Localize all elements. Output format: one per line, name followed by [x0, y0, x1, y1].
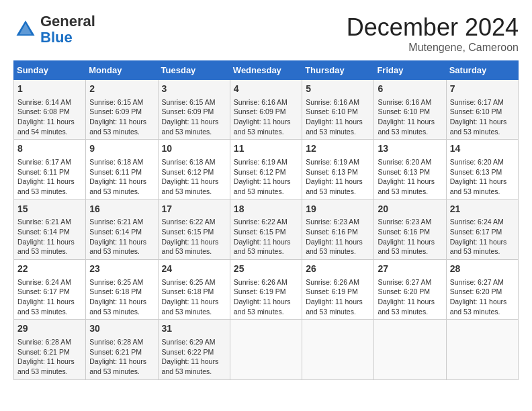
logo: General Blue: [13, 13, 95, 46]
calendar-cell: 1Sunrise: 6:14 AMSunset: 6:08 PMDaylight…: [14, 80, 86, 140]
calendar-cell: 13Sunrise: 6:20 AMSunset: 6:13 PMDayligh…: [374, 140, 446, 199]
day-info: Sunrise: 6:28 AMSunset: 6:21 PMDaylight:…: [17, 337, 82, 377]
day-number: 15: [17, 203, 82, 216]
calendar-cell: 24Sunrise: 6:25 AMSunset: 6:18 PMDayligh…: [158, 260, 230, 320]
day-number: 14: [450, 142, 515, 156]
day-number: 3: [162, 83, 226, 96]
day-info: Sunrise: 6:23 AMSunset: 6:16 PMDaylight:…: [306, 217, 370, 257]
day-number: 30: [89, 322, 154, 336]
day-header-wednesday: Wednesday: [230, 61, 302, 80]
calendar-cell: 18Sunrise: 6:22 AMSunset: 6:15 PMDayligh…: [230, 199, 302, 259]
calendar-cell: [446, 320, 518, 379]
calendar-cell: 10Sunrise: 6:18 AMSunset: 6:12 PMDayligh…: [158, 140, 230, 199]
location: Mutengene, Cameroon: [347, 42, 519, 54]
day-info: Sunrise: 6:19 AMSunset: 6:12 PMDaylight:…: [234, 157, 298, 197]
page-header: General Blue December 2024 Mutengene, Ca…: [13, 13, 519, 54]
day-number: 26: [306, 263, 370, 276]
calendar-cell: 27Sunrise: 6:27 AMSunset: 6:20 PMDayligh…: [374, 260, 446, 320]
day-info: Sunrise: 6:20 AMSunset: 6:13 PMDaylight:…: [450, 157, 515, 197]
calendar-cell: 4Sunrise: 6:16 AMSunset: 6:09 PMDaylight…: [230, 80, 302, 140]
day-number: 25: [234, 263, 298, 276]
calendar-cell: 11Sunrise: 6:19 AMSunset: 6:12 PMDayligh…: [230, 140, 302, 199]
calendar-cell: 6Sunrise: 6:16 AMSunset: 6:10 PMDaylight…: [374, 80, 446, 140]
calendar-cell: 29Sunrise: 6:28 AMSunset: 6:21 PMDayligh…: [14, 320, 86, 379]
day-number: 22: [17, 263, 82, 276]
day-info: Sunrise: 6:26 AMSunset: 6:19 PMDaylight:…: [306, 277, 370, 317]
day-info: Sunrise: 6:16 AMSunset: 6:09 PMDaylight:…: [234, 97, 298, 137]
day-number: 19: [306, 203, 370, 216]
day-header-friday: Friday: [374, 61, 446, 80]
calendar-cell: 16Sunrise: 6:21 AMSunset: 6:14 PMDayligh…: [86, 199, 158, 259]
calendar-week-row: 8Sunrise: 6:17 AMSunset: 6:11 PMDaylight…: [14, 140, 519, 199]
day-info: Sunrise: 6:14 AMSunset: 6:08 PMDaylight:…: [17, 97, 82, 137]
title-block: December 2024 Mutengene, Cameroon: [347, 13, 519, 54]
day-number: 8: [17, 142, 82, 156]
day-number: 13: [378, 142, 442, 156]
calendar-table: SundayMondayTuesdayWednesdayThursdayFrid…: [13, 60, 519, 380]
day-info: Sunrise: 6:22 AMSunset: 6:15 PMDaylight:…: [162, 217, 226, 257]
month-title: December 2024: [347, 13, 519, 42]
day-info: Sunrise: 6:24 AMSunset: 6:17 PMDaylight:…: [17, 277, 82, 317]
calendar-cell: 12Sunrise: 6:19 AMSunset: 6:13 PMDayligh…: [302, 140, 374, 199]
day-number: 16: [89, 203, 154, 216]
day-number: 31: [162, 322, 226, 336]
day-info: Sunrise: 6:25 AMSunset: 6:18 PMDaylight:…: [162, 277, 226, 317]
day-header-monday: Monday: [86, 61, 158, 80]
logo-text: General Blue: [40, 13, 95, 46]
day-number: 1: [17, 83, 82, 96]
day-number: 2: [89, 83, 154, 96]
calendar-cell: 9Sunrise: 6:18 AMSunset: 6:11 PMDaylight…: [86, 140, 158, 199]
calendar-cell: 31Sunrise: 6:29 AMSunset: 6:22 PMDayligh…: [158, 320, 230, 379]
day-number: 20: [378, 203, 442, 216]
day-number: 6: [378, 83, 442, 96]
day-info: Sunrise: 6:21 AMSunset: 6:14 PMDaylight:…: [17, 217, 82, 257]
calendar-cell: [230, 320, 302, 379]
day-header-sunday: Sunday: [14, 61, 86, 80]
day-info: Sunrise: 6:25 AMSunset: 6:18 PMDaylight:…: [89, 277, 154, 317]
day-number: 21: [450, 203, 515, 216]
day-number: 11: [234, 142, 298, 156]
calendar-cell: 28Sunrise: 6:27 AMSunset: 6:20 PMDayligh…: [446, 260, 518, 320]
day-info: Sunrise: 6:20 AMSunset: 6:13 PMDaylight:…: [378, 157, 442, 197]
calendar-cell: 2Sunrise: 6:15 AMSunset: 6:09 PMDaylight…: [86, 80, 158, 140]
calendar-cell: 7Sunrise: 6:17 AMSunset: 6:10 PMDaylight…: [446, 80, 518, 140]
calendar-header-row: SundayMondayTuesdayWednesdayThursdayFrid…: [14, 61, 519, 80]
calendar-week-row: 22Sunrise: 6:24 AMSunset: 6:17 PMDayligh…: [14, 260, 519, 320]
day-info: Sunrise: 6:15 AMSunset: 6:09 PMDaylight:…: [162, 97, 226, 137]
day-info: Sunrise: 6:22 AMSunset: 6:15 PMDaylight:…: [234, 217, 298, 257]
day-header-tuesday: Tuesday: [158, 61, 230, 80]
day-info: Sunrise: 6:16 AMSunset: 6:10 PMDaylight:…: [378, 97, 442, 137]
calendar-cell: 21Sunrise: 6:24 AMSunset: 6:17 PMDayligh…: [446, 199, 518, 259]
calendar-cell: 19Sunrise: 6:23 AMSunset: 6:16 PMDayligh…: [302, 199, 374, 259]
day-number: 18: [234, 203, 298, 216]
day-number: 28: [450, 263, 515, 276]
day-number: 7: [450, 83, 515, 96]
calendar-cell: [302, 320, 374, 379]
day-info: Sunrise: 6:21 AMSunset: 6:14 PMDaylight:…: [89, 217, 154, 257]
day-info: Sunrise: 6:17 AMSunset: 6:11 PMDaylight:…: [17, 157, 82, 197]
day-number: 27: [378, 263, 442, 276]
calendar-cell: 17Sunrise: 6:22 AMSunset: 6:15 PMDayligh…: [158, 199, 230, 259]
calendar-week-row: 1Sunrise: 6:14 AMSunset: 6:08 PMDaylight…: [14, 80, 519, 140]
logo-blue: Blue: [40, 29, 73, 46]
day-info: Sunrise: 6:27 AMSunset: 6:20 PMDaylight:…: [450, 277, 515, 317]
day-info: Sunrise: 6:15 AMSunset: 6:09 PMDaylight:…: [89, 97, 154, 137]
day-number: 17: [162, 203, 226, 216]
calendar-cell: 14Sunrise: 6:20 AMSunset: 6:13 PMDayligh…: [446, 140, 518, 199]
calendar-cell: 3Sunrise: 6:15 AMSunset: 6:09 PMDaylight…: [158, 80, 230, 140]
day-number: 10: [162, 142, 226, 156]
calendar-cell: 26Sunrise: 6:26 AMSunset: 6:19 PMDayligh…: [302, 260, 374, 320]
calendar-week-row: 15Sunrise: 6:21 AMSunset: 6:14 PMDayligh…: [14, 199, 519, 259]
calendar-cell: 15Sunrise: 6:21 AMSunset: 6:14 PMDayligh…: [14, 199, 86, 259]
calendar-cell: 30Sunrise: 6:28 AMSunset: 6:21 PMDayligh…: [86, 320, 158, 379]
day-number: 23: [89, 263, 154, 276]
day-number: 12: [306, 142, 370, 156]
day-info: Sunrise: 6:28 AMSunset: 6:21 PMDaylight:…: [89, 337, 154, 377]
calendar-cell: 5Sunrise: 6:16 AMSunset: 6:10 PMDaylight…: [302, 80, 374, 140]
day-header-saturday: Saturday: [446, 61, 518, 80]
calendar-cell: 23Sunrise: 6:25 AMSunset: 6:18 PMDayligh…: [86, 260, 158, 320]
logo-general: General: [40, 13, 95, 30]
day-number: 24: [162, 263, 226, 276]
calendar-cell: [374, 320, 446, 379]
calendar-cell: 8Sunrise: 6:17 AMSunset: 6:11 PMDaylight…: [14, 140, 86, 199]
